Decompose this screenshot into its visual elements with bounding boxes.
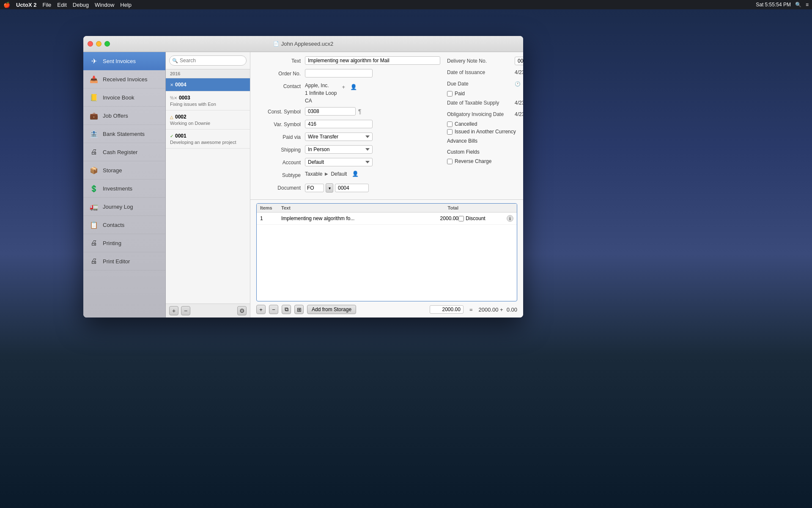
account-row: Account Default xyxy=(256,158,440,168)
add-contact-button[interactable]: + xyxy=(339,83,348,91)
paid-label: Paid xyxy=(455,91,465,97)
add-from-storage-button[interactable]: Add from Storage xyxy=(307,305,356,314)
paid-row: Paid xyxy=(447,91,523,97)
col-total-header: Total xyxy=(416,205,458,210)
form-left: Text Order No. xyxy=(256,56,440,196)
item-text: Implementing new algorithm fo... xyxy=(281,215,416,221)
sidebar-label-bank-statements: Bank Statements xyxy=(103,131,145,137)
var-symbol-label: Var. Symbol xyxy=(256,120,305,127)
file-icon: 📄 xyxy=(273,41,279,47)
sidebar-item-cash-register[interactable]: 🖨 Cash Register xyxy=(83,143,165,161)
discount-checkbox[interactable] xyxy=(458,216,464,221)
remove-invoice-button[interactable]: − xyxy=(181,306,190,315)
text-input[interactable] xyxy=(305,56,440,65)
paid-checkbox[interactable] xyxy=(447,91,453,97)
cancelled-checkbox[interactable] xyxy=(447,121,453,127)
sidebar-item-sent-invoices[interactable]: ✈ Sent Invoices xyxy=(83,52,165,70)
search-input[interactable] xyxy=(169,55,247,66)
sidebar-item-investments[interactable]: 💲 Investments xyxy=(83,179,165,198)
search-menubar-icon[interactable]: 🔍 xyxy=(795,2,801,8)
contact-person-button[interactable]: 👤 xyxy=(349,83,358,91)
add-item-button[interactable]: + xyxy=(256,305,266,314)
invoice-subtitle: Fixing issues with Eon xyxy=(170,102,246,107)
subtype-sub: Default xyxy=(331,171,347,177)
invoice-form: Text Order No. xyxy=(250,52,523,199)
form-right: Delivery Note No. Date of Issuance 4/23/… xyxy=(447,56,523,196)
invoice-item-0001[interactable]: ✓ 0001 Developing an awesome project xyxy=(166,130,250,149)
status-warn-icon: △ xyxy=(170,115,173,119)
sidebar-item-storage[interactable]: 📦 Storage xyxy=(83,161,165,179)
var-symbol-input[interactable] xyxy=(305,120,373,128)
discount-label: Discount xyxy=(466,215,486,221)
menu-edit[interactable]: Edit xyxy=(57,2,66,8)
menu-icon[interactable]: ≡ xyxy=(806,2,809,8)
issued-currency-label: Issued in Another Currency xyxy=(455,129,516,135)
invoice-item-0003[interactable]: %✕ 0003 Fixing issues with Eon xyxy=(166,91,250,110)
due-date-value: 🕐 5/ 7/ 2016 ▲ ▼ xyxy=(515,80,523,88)
items-section: Items Text Total 1 Implementing new algo… xyxy=(250,200,523,318)
paid-via-select[interactable]: Wire Transfer Cash Card xyxy=(305,133,373,141)
maximize-button[interactable] xyxy=(104,41,110,47)
document-number-input[interactable] xyxy=(335,184,369,192)
account-select[interactable]: Default xyxy=(305,158,373,166)
obligatory-label: Obligatory Invoicing Date xyxy=(447,111,515,117)
subtype-text: Taxable xyxy=(305,171,322,177)
menu-window[interactable]: Window xyxy=(95,2,114,8)
sidebar-item-print-editor[interactable]: 🖨 Print Editor xyxy=(83,252,165,271)
order-no-input[interactable] xyxy=(305,69,373,77)
sidebar-item-invoice-book[interactable]: 📒 Invoice Book xyxy=(83,88,165,107)
document-label: Document xyxy=(256,183,305,191)
grid-item-button[interactable]: ⊞ xyxy=(294,305,304,314)
text-label: Text xyxy=(256,56,305,64)
contact-value: Apple, Inc. 1 Infinite Loop CA + 👤 xyxy=(305,82,440,105)
document-prefix-input[interactable] xyxy=(305,184,324,192)
menu-file[interactable]: File xyxy=(42,2,51,8)
sidebar-item-printing[interactable]: 🖨 Printing xyxy=(83,234,165,252)
apple-menu[interactable]: 🍎 xyxy=(3,2,10,8)
delivery-note-input[interactable] xyxy=(515,57,523,65)
invoice-item-0004[interactable]: ✕ 0004 xyxy=(166,78,250,91)
printing-icon: 🖨 xyxy=(89,238,99,248)
app-name[interactable]: UctoX 2 xyxy=(16,2,36,8)
sidebar-item-contacts[interactable]: 📋 Contacts xyxy=(83,216,165,234)
detail-panel: Text Order No. xyxy=(250,52,523,318)
minimize-button[interactable] xyxy=(96,41,102,47)
const-symbol-row: Const. Symbol ¶ xyxy=(256,107,440,117)
status-x-icon: ✕ xyxy=(170,83,173,87)
invoice-number: 0002 xyxy=(175,114,187,120)
invoice-number: 0001 xyxy=(175,133,187,139)
journey-log-icon: 🚛 xyxy=(89,202,99,211)
menu-debug[interactable]: Debug xyxy=(73,2,89,8)
document-dropdown-button[interactable]: ▾ xyxy=(326,183,333,193)
item-info-button[interactable]: ℹ xyxy=(507,215,513,222)
delivery-note-value xyxy=(515,57,523,65)
menu-help[interactable]: Help xyxy=(120,2,132,8)
year-header: 2016 xyxy=(166,69,250,78)
item-total: 2000.00 xyxy=(416,215,458,221)
sidebar-item-job-offers[interactable]: 💼 Job Offers xyxy=(83,107,165,125)
duplicate-item-button[interactable]: ⧉ xyxy=(282,305,291,314)
total-input[interactable] xyxy=(430,305,464,314)
date-issuance-value: 4/23/ 2016 ▲ ▼ xyxy=(515,69,523,76)
sidebar-item-bank-statements[interactable]: 🏦 Bank Statements xyxy=(83,125,165,143)
col-discount-header xyxy=(458,205,513,210)
invoice-item-0002[interactable]: △ 0002 Working on Downie xyxy=(166,110,250,130)
reverse-charge-checkbox[interactable] xyxy=(447,159,453,164)
sidebar-label-investments: Investments xyxy=(103,185,132,192)
shipping-select[interactable]: In Person Mail xyxy=(305,145,373,154)
table-row[interactable]: 1 Implementing new algorithm fo... 2000.… xyxy=(257,213,517,225)
issued-currency-checkbox[interactable] xyxy=(447,129,453,135)
text-row: Text xyxy=(256,56,440,66)
add-invoice-button[interactable]: + xyxy=(169,306,178,315)
remove-item-button[interactable]: − xyxy=(269,305,278,314)
subtype-person-icon[interactable]: 👤 xyxy=(352,171,359,177)
sidebar-item-received-invoices[interactable]: 📥 Received Invoices xyxy=(83,70,165,88)
const-symbol-input[interactable] xyxy=(305,107,356,116)
settings-button[interactable]: ⚙ xyxy=(237,306,247,315)
item-number: 1 xyxy=(260,215,281,221)
reverse-charge-row: Reverse Charge xyxy=(447,158,523,164)
close-button[interactable] xyxy=(88,41,93,47)
sidebar-item-journey-log[interactable]: 🚛 Journey Log xyxy=(83,198,165,216)
date-taxable-row: Date of Taxable Supply 4/23/ 2016 ▲ ▼ xyxy=(447,98,523,108)
storage-icon: 📦 xyxy=(89,166,99,175)
